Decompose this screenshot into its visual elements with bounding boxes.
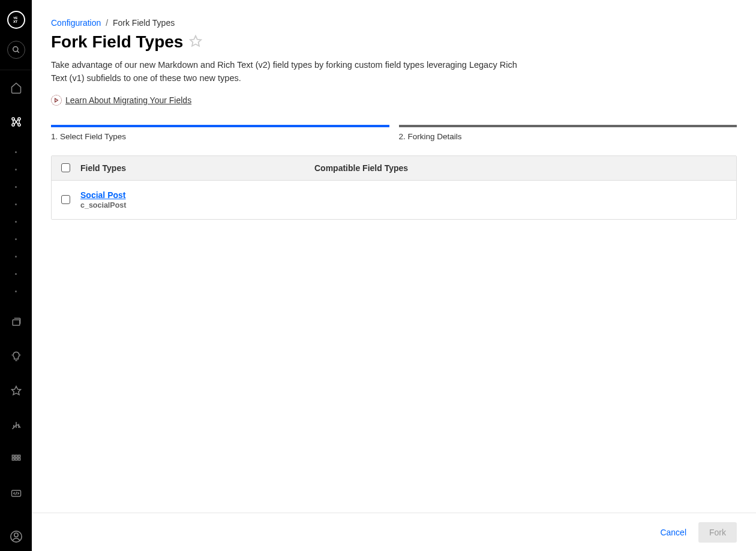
breadcrumb-parent[interactable]: Configuration [51,18,101,28]
nav-dot[interactable] [15,256,17,257]
field-type-id: c_socialPost [80,201,314,209]
step-2[interactable]: 2. Forking Details [399,125,737,141]
svg-rect-24 [15,458,17,460]
nav-dot[interactable] [15,186,17,188]
step-label: 2. Forking Details [399,132,737,141]
row-checkbox[interactable] [61,195,70,204]
page-description: Take advantage of our new Markdown and R… [51,59,531,85]
svg-line-3 [17,51,19,53]
cancel-button[interactable]: Cancel [658,523,689,542]
nav-knowledge-graph[interactable] [0,104,32,139]
svg-rect-20 [12,455,14,457]
nav-dev[interactable] [0,476,32,510]
table-row: Social Post c_socialPost [52,181,736,219]
nav-dot[interactable] [15,203,17,205]
breadcrumb-current: Fork Field Types [113,18,175,28]
sidebar-nav [0,70,32,522]
svg-rect-12 [13,319,20,325]
search-icon [12,46,20,54]
col-field-types: Field Types [80,163,314,173]
step-bar [51,125,389,127]
step-1[interactable]: 1. Select Field Types [51,125,389,141]
nav-dots [0,139,32,305]
col-compatible: Compatible Field Types [314,163,727,173]
main: Configuration / Fork Field Types Fork Fi… [32,0,756,551]
svg-text:XT: XT [13,20,18,23]
star-outline-icon [189,34,202,47]
field-type-link[interactable]: Social Post [80,190,314,200]
nav-dot[interactable] [15,238,17,240]
logo[interactable]: YE XT [7,11,25,29]
page-title: Fork Field Types [51,32,183,52]
nav-apps[interactable] [0,442,32,476]
step-bar [399,125,737,127]
svg-rect-21 [15,455,17,457]
star-icon [10,385,22,397]
fork-button[interactable]: Fork [698,522,737,543]
col-check [61,195,80,204]
select-all-checkbox[interactable] [61,163,70,172]
nav-dot[interactable] [15,291,17,292]
apps-icon [10,453,22,465]
breadcrumb-sep: / [106,18,108,28]
nav-dot[interactable] [15,273,17,275]
row-content: Social Post c_socialPost [80,190,314,209]
favorite-toggle[interactable] [189,34,202,50]
nav-home[interactable] [0,70,32,104]
nav-dot[interactable] [15,221,17,223]
help-icon [51,95,62,106]
nav-pages[interactable] [0,305,32,339]
nav-lightbulb[interactable] [0,339,32,373]
footer: Cancel Fork [32,513,756,551]
field-types-table: Field Types Compatible Field Types Socia… [51,155,737,220]
analytics-icon [10,419,22,431]
col-check [61,163,80,172]
search-button[interactable] [7,41,25,59]
home-icon [10,82,22,94]
lightbulb-icon [10,351,22,363]
pages-icon [10,316,22,328]
svg-point-2 [13,47,17,52]
learn-link[interactable]: Learn About Migrating Your Fields [65,95,191,105]
svg-marker-16 [11,386,20,394]
steps: 1. Select Field Types 2. Forking Details [51,125,737,141]
svg-rect-22 [18,455,20,457]
step-label: 1. Select Field Types [51,132,389,141]
profile-icon [10,530,23,543]
learn-link-row: Learn About Migrating Your Fields [51,95,737,106]
svg-marker-30 [190,36,201,46]
svg-line-27 [16,492,17,495]
svg-rect-23 [12,458,14,460]
nav-dot[interactable] [15,169,17,170]
nav-analytics[interactable] [0,408,32,442]
content: Configuration / Fork Field Types Fork Fi… [32,0,756,513]
table-header: Field Types Compatible Field Types [52,156,736,181]
svg-point-29 [14,533,17,537]
dev-icon [10,487,22,499]
nav-dot[interactable] [15,151,17,153]
graph-icon [10,116,22,128]
breadcrumb: Configuration / Fork Field Types [51,18,737,28]
nav-profile[interactable] [0,522,32,551]
svg-rect-25 [18,458,20,460]
page-title-row: Fork Field Types [51,32,737,52]
sidebar: YE XT [0,0,32,551]
sidebar-top: YE XT [0,0,32,70]
nav-star[interactable] [0,373,32,408]
